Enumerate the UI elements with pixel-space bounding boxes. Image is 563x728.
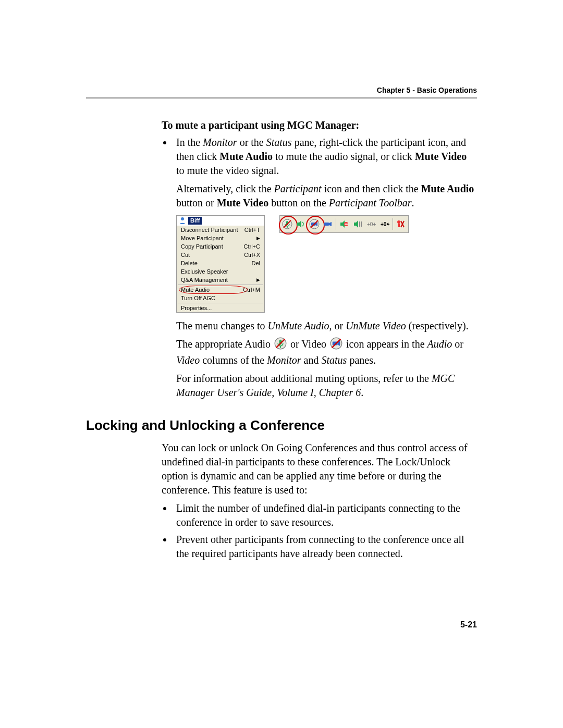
text: Alternatively, click the	[176, 183, 274, 194]
text: Mute Audio	[219, 151, 273, 162]
shortcut: Ctrl+T	[244, 226, 260, 233]
procedure-title: To mute a participant using MGC Manager:	[162, 119, 477, 131]
bullet-item: Limit the number of undefined dial-in pa…	[173, 501, 477, 529]
text: or Video	[290, 338, 329, 350]
submenu-arrow-icon: ▶	[256, 235, 260, 242]
user-icon	[179, 217, 186, 224]
text: Video	[176, 354, 200, 366]
shortcut: Ctrl+C	[244, 243, 260, 250]
menu-item-turn-off-agc[interactable]: Turn Off AGC	[177, 294, 264, 302]
lock-bullets: Limit the number of undefined dial-in pa…	[162, 501, 477, 561]
text: Status	[322, 354, 347, 366]
text: Participant	[274, 183, 322, 194]
text: .	[412, 197, 414, 208]
menu-item-qa-management[interactable]: Q&A Management ▶	[177, 276, 264, 284]
text: (respectively).	[406, 320, 469, 331]
section-heading-lock: Locking and Unlocking a Conference	[86, 417, 477, 434]
remove-participant-button[interactable]	[395, 218, 407, 230]
video-muted-icon	[330, 337, 342, 353]
text: and	[301, 354, 322, 366]
menu-item-properties[interactable]: Properties...	[177, 304, 264, 312]
text: Participant Toolbar	[329, 197, 412, 208]
context-menu: Biff Disconnect Participant Ctrl+T Move …	[176, 215, 265, 313]
audio-muted-icon	[274, 337, 287, 353]
shortcut: Ctrl+M	[243, 286, 260, 293]
menu-item-move[interactable]: Move Participant ▶	[177, 234, 264, 242]
text: panes.	[347, 354, 376, 366]
submenu-arrow-icon: ▶	[256, 276, 260, 283]
agc-on-button[interactable]	[378, 218, 391, 230]
label: Exclusive Speaker	[181, 268, 228, 275]
text: The menu changes to	[176, 320, 268, 331]
context-menu-items: Disconnect Participant Ctrl+T Move Parti…	[177, 226, 264, 312]
text: or the	[237, 137, 266, 148]
label: Disconnect Participant	[181, 226, 238, 233]
mute-video-button[interactable]	[308, 218, 321, 230]
text: to mute the video signal.	[176, 165, 279, 176]
block-audio-button[interactable]	[338, 218, 350, 230]
menu-item-mute-audio[interactable]: Mute Audio Ctrl+M	[177, 286, 264, 294]
participant-toolbar	[279, 215, 409, 233]
text: .	[361, 387, 363, 398]
suspend-video-button[interactable]	[351, 218, 364, 230]
text: icon appears in the	[346, 338, 427, 350]
procedure-bullets: In the Monitor or the Status pane, right…	[162, 135, 477, 400]
alt-paragraph: Alternatively, click the Participant ico…	[176, 182, 477, 210]
bullet-item: In the Monitor or the Status pane, right…	[173, 135, 477, 400]
lock-intro-paragraph: You can lock or unlock On Going Conferen…	[162, 441, 477, 497]
label: Mute Audio	[181, 286, 210, 293]
text: , or	[329, 320, 346, 331]
label: Delete	[181, 260, 198, 267]
text: Monitor	[267, 354, 301, 366]
menu-item-delete[interactable]: Delete Del	[177, 259, 264, 267]
text: to mute the audio signal, or click	[273, 151, 415, 162]
page-number: 5-21	[86, 620, 477, 630]
text: columns of the	[200, 354, 267, 366]
text: UnMute Audio	[268, 320, 329, 331]
text: Mute Audio	[421, 183, 474, 194]
toolbar-separator	[393, 218, 393, 230]
label: Properties...	[181, 304, 212, 312]
info-paragraph: For information about additional muting …	[176, 372, 477, 400]
label: Cut	[181, 251, 190, 258]
text: Audio	[427, 338, 452, 350]
text: Mute Video	[217, 197, 268, 208]
menu-item-disconnect[interactable]: Disconnect Participant Ctrl+T	[177, 226, 264, 234]
text: The appropriate Audio	[176, 338, 273, 350]
text: Monitor	[203, 137, 237, 148]
menu-change-paragraph: The menu changes to UnMute Audio, or UnM…	[176, 319, 477, 333]
toolbar-separator	[336, 218, 336, 230]
shortcut: Del	[251, 260, 260, 267]
text: UnMute Video	[346, 320, 406, 331]
text: button or	[176, 197, 217, 208]
text: or	[452, 338, 463, 350]
text: Mute Video	[415, 151, 467, 162]
label: Copy Participant	[181, 243, 223, 250]
agc-off-button[interactable]	[365, 218, 377, 230]
page-content: Chapter 5 - Basic Operations To mute a p…	[86, 86, 477, 566]
text: icon and then click the	[322, 183, 421, 194]
menu-item-exclusive-speaker[interactable]: Exclusive Speaker	[177, 267, 264, 276]
label: Move Participant	[181, 235, 224, 242]
chapter-header: Chapter 5 - Basic Operations	[86, 86, 477, 94]
speaker-button[interactable]	[295, 218, 307, 230]
text: Status	[266, 137, 292, 148]
participant-name-label: Biff	[188, 217, 202, 225]
header-rule	[86, 97, 477, 98]
participant-node[interactable]: Biff	[177, 216, 264, 226]
shortcut: Ctrl+X	[244, 251, 260, 258]
bullet-item: Prevent other participants from connecti…	[173, 533, 477, 561]
text: For information about additional muting …	[176, 373, 432, 384]
label: Turn Off AGC	[181, 294, 215, 302]
text: In the	[176, 137, 203, 148]
menu-item-cut[interactable]: Cut Ctrl+X	[177, 251, 264, 259]
mute-audio-button[interactable]	[281, 218, 293, 230]
screenshot-row: Biff Disconnect Participant Ctrl+T Move …	[176, 215, 477, 313]
label: Q&A Management	[181, 276, 228, 283]
text: button on the	[268, 197, 329, 208]
menu-item-copy[interactable]: Copy Participant Ctrl+C	[177, 242, 264, 251]
menu-separator	[178, 285, 263, 285]
icon-paragraph: The appropriate Audio or Video icon appe…	[176, 337, 477, 367]
camera-button[interactable]	[322, 218, 334, 230]
menu-separator	[178, 303, 263, 303]
